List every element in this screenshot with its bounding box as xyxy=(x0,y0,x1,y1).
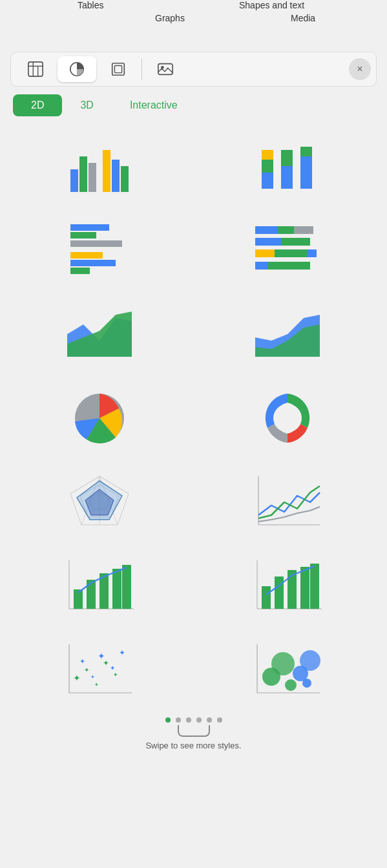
svg-text:✦: ✦ xyxy=(79,657,85,665)
graphs-label: Graphs xyxy=(155,13,185,23)
page-dot-4[interactable] xyxy=(196,717,202,723)
swipe-arrow-indicator xyxy=(178,725,210,737)
2d-button[interactable]: 2D xyxy=(13,94,62,116)
interactive-button[interactable]: Interactive xyxy=(112,94,196,116)
svg-rect-29 xyxy=(278,226,294,234)
svg-rect-57 xyxy=(112,569,121,609)
svg-rect-21 xyxy=(300,147,312,156)
svg-rect-32 xyxy=(281,238,310,246)
3d-button[interactable]: 3D xyxy=(62,94,111,116)
page-dot-3[interactable] xyxy=(186,717,191,723)
svg-text:✦: ✦ xyxy=(119,648,125,657)
scatter-chart[interactable]: ✦ ✦ ✦ ✦ ✦ ✦ ✦ ✦ ✦ ✦ xyxy=(5,628,194,712)
hbar-grouped-chart[interactable] xyxy=(5,208,194,292)
svg-rect-20 xyxy=(300,156,312,189)
svg-rect-61 xyxy=(262,586,271,609)
page-dot-1[interactable] xyxy=(165,717,171,723)
svg-rect-24 xyxy=(70,240,122,247)
shapes-and-text-label: Shapes and text xyxy=(239,0,304,10)
bar-grouped-chart[interactable] xyxy=(5,124,194,208)
svg-rect-23 xyxy=(70,232,96,238)
svg-rect-17 xyxy=(262,150,273,160)
svg-rect-16 xyxy=(262,160,273,173)
svg-rect-18 xyxy=(281,166,293,189)
svg-rect-62 xyxy=(275,577,284,609)
hbar-stacked-chart[interactable] xyxy=(194,208,382,292)
svg-rect-25 xyxy=(70,252,103,259)
pie-chart[interactable] xyxy=(5,376,194,460)
shapes-button[interactable] xyxy=(99,56,138,82)
svg-rect-5 xyxy=(112,63,125,76)
svg-text:✦: ✦ xyxy=(73,673,81,683)
svg-rect-35 xyxy=(307,249,317,257)
swipe-hint-text: Swipe to see more styles. xyxy=(145,739,241,752)
graphs-button[interactable] xyxy=(58,56,96,82)
media-label: Media xyxy=(291,13,315,23)
area-chart[interactable] xyxy=(5,292,194,376)
page-dot-6[interactable] xyxy=(217,717,222,723)
svg-text:✦: ✦ xyxy=(84,666,89,673)
svg-rect-34 xyxy=(275,249,307,257)
svg-rect-27 xyxy=(70,268,90,274)
svg-rect-14 xyxy=(121,166,129,192)
tables-button[interactable] xyxy=(16,56,55,82)
svg-rect-15 xyxy=(262,173,273,189)
svg-text:✦: ✦ xyxy=(110,664,115,672)
toolbar: × xyxy=(10,52,377,87)
svg-rect-9 xyxy=(70,169,78,192)
page-dot-2[interactable] xyxy=(176,717,181,723)
svg-text:✦: ✦ xyxy=(113,672,118,678)
bar-stacked-chart[interactable] xyxy=(194,124,382,208)
svg-rect-58 xyxy=(122,565,131,609)
line-chart[interactable] xyxy=(194,460,382,544)
close-button[interactable]: × xyxy=(349,58,371,80)
svg-rect-7 xyxy=(158,64,173,75)
svg-point-85 xyxy=(302,679,311,688)
svg-rect-13 xyxy=(112,160,120,192)
svg-rect-19 xyxy=(281,150,293,166)
toolbar-divider xyxy=(141,59,142,79)
chart-grid: ✦ ✦ ✦ ✦ ✦ ✦ ✦ ✦ ✦ ✦ xyxy=(0,124,387,712)
svg-rect-10 xyxy=(79,156,87,192)
svg-rect-26 xyxy=(70,260,116,266)
swipe-hint: Swipe to see more styles. xyxy=(0,725,387,752)
media-button[interactable] xyxy=(146,56,185,82)
svg-rect-28 xyxy=(255,226,278,234)
svg-rect-55 xyxy=(87,580,96,609)
svg-point-84 xyxy=(300,650,320,671)
svg-rect-31 xyxy=(255,238,281,246)
mixed2-chart[interactable] xyxy=(194,544,382,628)
page-dot-5[interactable] xyxy=(207,717,212,723)
pagination-dots xyxy=(0,717,387,723)
svg-point-82 xyxy=(271,652,295,675)
svg-rect-64 xyxy=(300,567,309,609)
svg-rect-12 xyxy=(103,150,110,192)
svg-text:✦: ✦ xyxy=(90,674,94,680)
svg-rect-0 xyxy=(28,62,43,76)
svg-rect-6 xyxy=(114,65,121,72)
radar-chart[interactable] xyxy=(5,460,194,544)
svg-point-39 xyxy=(273,404,302,432)
svg-rect-33 xyxy=(255,249,275,257)
svg-rect-65 xyxy=(310,564,319,609)
mixed-chart[interactable] xyxy=(5,544,194,628)
svg-point-81 xyxy=(285,679,297,691)
tables-label: Tables xyxy=(78,0,103,10)
svg-rect-37 xyxy=(268,262,310,270)
bubble-chart[interactable] xyxy=(194,628,382,712)
svg-text:✦: ✦ xyxy=(94,682,98,688)
svg-rect-30 xyxy=(294,226,313,234)
donut-chart[interactable] xyxy=(194,376,382,460)
svg-text:✦: ✦ xyxy=(98,651,105,661)
svg-rect-11 xyxy=(89,163,96,192)
svg-rect-22 xyxy=(70,224,109,231)
view-toggle: 2D 3D Interactive xyxy=(13,94,374,116)
svg-rect-36 xyxy=(255,262,268,270)
area-stacked-chart[interactable] xyxy=(194,292,382,376)
